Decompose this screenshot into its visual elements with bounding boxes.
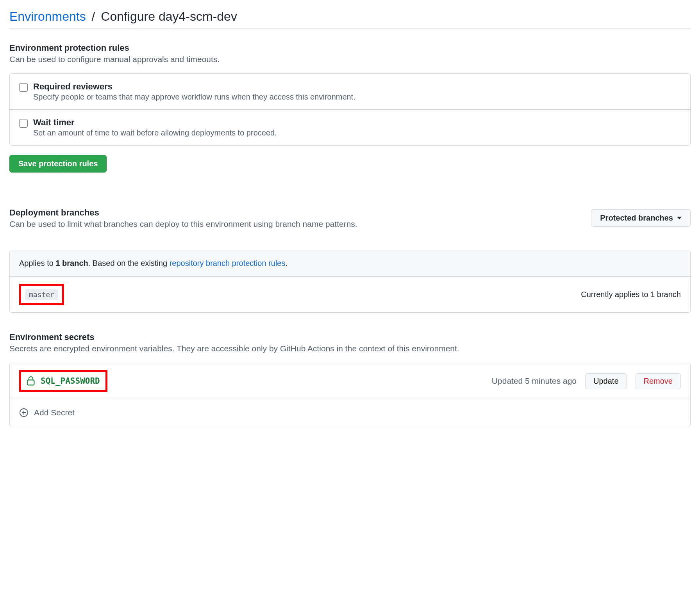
wait-timer-checkbox[interactable] xyxy=(19,119,28,128)
branch-row-right-text: Currently applies to 1 branch xyxy=(581,290,681,299)
secret-row: SQL_PASSWORD Updated 5 minutes ago Updat… xyxy=(10,363,690,399)
branch-panel: Applies to 1 branch. Based on the existi… xyxy=(9,250,691,313)
rule-wait-timer: Wait timer Set an amount of time to wait… xyxy=(10,110,690,145)
breadcrumb-link-environments[interactable]: Environments xyxy=(9,9,86,23)
branch-row: master Currently applies to 1 branch xyxy=(10,277,690,312)
rule-required-reviewers: Required reviewers Specify people or tea… xyxy=(10,74,690,110)
environment-secrets-title: Environment secrets xyxy=(9,332,691,342)
secret-highlight: SQL_PASSWORD xyxy=(19,370,107,392)
save-protection-rules-button[interactable]: Save protection rules xyxy=(9,155,107,173)
deployment-branches-desc: Can be used to limit what branches can d… xyxy=(9,219,582,229)
branch-chip-master: master xyxy=(25,289,58,300)
protection-rules-desc: Can be used to configure manual approval… xyxy=(9,55,691,64)
breadcrumb-current: Configure day4-scm-dev xyxy=(101,9,237,23)
period: . xyxy=(286,259,288,267)
required-reviewers-checkbox[interactable] xyxy=(19,83,28,92)
dropdown-label: Protected branches xyxy=(600,214,673,223)
breadcrumb-separator: / xyxy=(89,9,98,23)
lock-icon xyxy=(27,376,35,386)
branch-highlight: master xyxy=(19,284,64,305)
remove-secret-button[interactable]: Remove xyxy=(636,373,681,389)
rule-title: Wait timer xyxy=(33,118,277,128)
rule-title: Required reviewers xyxy=(33,82,355,92)
rule-desc: Set an amount of time to wait before all… xyxy=(33,128,277,137)
environment-secrets-desc: Secrets are encrypted environment variab… xyxy=(9,344,691,353)
applies-suffix: . Based on the existing xyxy=(88,259,170,267)
deployment-branches-title: Deployment branches xyxy=(9,208,582,218)
secret-updated-text: Updated 5 minutes ago xyxy=(492,376,577,386)
protection-rules-title: Environment protection rules xyxy=(9,43,691,53)
rule-desc: Specify people or teams that may approve… xyxy=(33,93,355,101)
update-secret-button[interactable]: Update xyxy=(585,373,627,389)
plus-circle-icon xyxy=(19,408,29,417)
repo-branch-protection-link[interactable]: repository branch protection rules xyxy=(170,259,286,267)
add-secret-button[interactable]: Add Secret xyxy=(10,399,690,426)
deployment-branches-dropdown[interactable]: Protected branches xyxy=(591,209,691,227)
breadcrumb: Environments / Configure day4-scm-dev xyxy=(9,9,691,29)
secrets-panel: SQL_PASSWORD Updated 5 minutes ago Updat… xyxy=(9,363,691,426)
secret-name: SQL_PASSWORD xyxy=(41,376,100,386)
applies-count: 1 branch xyxy=(55,259,88,267)
add-secret-label: Add Secret xyxy=(34,408,75,417)
branch-header: Applies to 1 branch. Based on the existi… xyxy=(10,250,690,277)
protection-rules-panel: Required reviewers Specify people or tea… xyxy=(9,73,691,146)
svg-rect-0 xyxy=(28,380,34,385)
applies-prefix: Applies to xyxy=(19,259,55,267)
chevron-down-icon xyxy=(677,217,682,219)
